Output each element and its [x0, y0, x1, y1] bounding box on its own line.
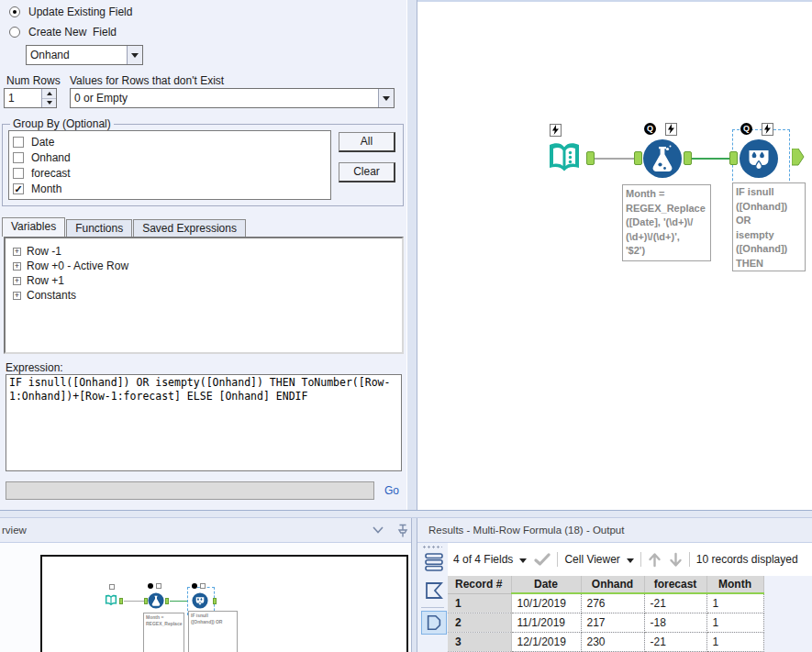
multi-row-formula-annotation[interactable]: IF isnull ([Onhand]) OR isempty ([Onhand… [732, 182, 806, 271]
group-by-item-onhand[interactable]: Onhand [13, 149, 330, 165]
forecast-cell[interactable]: -18 [644, 613, 706, 632]
month-cell[interactable]: 1 [706, 593, 763, 613]
expand-icon[interactable]: + [13, 292, 21, 300]
mini-q-badge-icon [192, 583, 197, 589]
group-by-item-label: forecast [31, 167, 71, 180]
num-rows-label: Num Rows [6, 74, 61, 87]
cell-viewer-dropdown[interactable]: Cell Viewer [564, 553, 619, 566]
expand-icon[interactable]: + [13, 277, 21, 285]
month-cell[interactable]: 1 [706, 632, 763, 651]
dropdown-button[interactable] [378, 89, 394, 107]
output-anchor[interactable] [792, 149, 805, 166]
date-cell[interactable]: 10/1/2019 [511, 593, 581, 613]
multi-row-formula-tool[interactable] [739, 138, 779, 182]
expression-editor[interactable]: IF isnull([Onhand]) OR isempty([Onhand])… [6, 374, 402, 471]
output-anchor[interactable] [684, 151, 692, 165]
checkbox-checked-icon[interactable]: ✓ [13, 183, 24, 194]
onhand-cell[interactable]: 217 [581, 613, 644, 632]
vertical-splitter[interactable] [411, 518, 417, 652]
tree-item-row-0-active[interactable]: + Row +0 - Active Row [13, 259, 402, 273]
drag-handle-icon[interactable] [422, 546, 442, 548]
column-header-onhand[interactable]: Onhand [581, 576, 644, 593]
chevron-down-icon[interactable] [519, 558, 527, 563]
tab-saved-expressions[interactable]: Saved Expressions [133, 219, 246, 237]
tree-item-label: Row +0 - Active Row [27, 260, 128, 272]
all-button[interactable]: All [339, 132, 395, 152]
checkbox-icon[interactable] [13, 152, 24, 163]
metadata-icon[interactable] [424, 580, 444, 601]
fields-dropdown[interactable]: 4 of 4 Fields [453, 553, 513, 566]
radio-unselected-icon[interactable] [9, 27, 20, 38]
mini-formula-tool [148, 592, 164, 609]
checkbox-icon[interactable] [13, 137, 24, 148]
arrow-up-icon[interactable] [648, 552, 662, 568]
chevron-down-icon[interactable] [627, 558, 634, 563]
text-input-tool[interactable] [545, 139, 584, 181]
expand-icon[interactable]: + [13, 262, 21, 271]
dropdown-button[interactable] [127, 46, 142, 64]
config-bars-icon[interactable] [424, 552, 444, 572]
date-cell[interactable]: 12/1/2019 [511, 632, 581, 651]
overview-titlebar[interactable]: rview [0, 518, 411, 543]
radio-selected-icon[interactable] [9, 6, 20, 17]
create-new-field-option[interactable]: Create New Field [9, 26, 117, 39]
flask-icon [642, 138, 683, 179]
go-button[interactable]: Go [384, 484, 399, 497]
group-by-list[interactable]: Date Onhand forecast ✓ Month [8, 130, 331, 200]
alteryx-window: Update Existing Field Create New Field O… [0, 0, 812, 652]
clear-button[interactable]: Clear [339, 162, 395, 182]
chevron-down-icon[interactable] [372, 525, 384, 535]
month-cell[interactable]: 1 [706, 613, 763, 632]
num-rows-stepper[interactable]: 1 [4, 88, 57, 108]
output-anchor[interactable] [586, 151, 595, 165]
column-header-forecast[interactable]: forecast [644, 576, 706, 593]
table-row: 1 10/1/2019 276 -21 1 [448, 593, 763, 613]
tree-item-row-minus-1[interactable]: + Row -1 [13, 244, 402, 259]
vertical-splitter[interactable] [406, 0, 417, 510]
connection-line[interactable] [692, 158, 733, 160]
formula-annotation[interactable]: Month = REGEX_Replace ([Date], '(\d+)\/ … [622, 184, 711, 261]
output-anchor-icon [425, 613, 443, 632]
horizontal-splitter[interactable] [0, 510, 812, 518]
pin-icon[interactable] [395, 523, 410, 538]
input-anchor[interactable] [729, 151, 738, 165]
date-cell[interactable]: 11/1/2019 [511, 613, 581, 632]
output-data-icon-selected[interactable] [421, 611, 447, 635]
update-existing-field-option[interactable]: Update Existing Field [9, 6, 132, 18]
results-titlebar[interactable]: Results - Multi-Row Formula (18) - Outpu… [417, 518, 812, 543]
stepper-down-button[interactable] [42, 99, 56, 108]
column-header-month[interactable]: Month [706, 576, 763, 593]
overview-minimap[interactable]: Month = REGEX_Replace IF isnull ([Onhand… [40, 555, 408, 652]
group-by-item-month[interactable]: ✓ Month [13, 181, 330, 196]
records-displayed-text: 10 records displayed [696, 553, 798, 566]
column-header-record[interactable]: Record # [448, 576, 511, 593]
tree-item-label: Row -1 [27, 245, 61, 258]
forecast-cell[interactable]: -21 [644, 632, 706, 651]
input-anchor[interactable] [634, 151, 642, 165]
missing-values-label: Values for Rows that don't Exist [70, 74, 224, 87]
overview-title: rview [2, 525, 27, 536]
workflow-canvas[interactable]: Q Q [417, 0, 812, 510]
arrow-down-icon[interactable] [669, 552, 683, 568]
search-input[interactable] [6, 481, 374, 500]
expand-icon[interactable]: + [13, 248, 21, 256]
stepper-up-button[interactable] [42, 89, 56, 99]
variables-tree[interactable]: + Row -1 + Row +0 - Active Row + Row +1 … [4, 237, 404, 354]
tree-item-constants[interactable]: + Constants [13, 288, 402, 303]
tree-item-row-plus-1[interactable]: + Row +1 [13, 273, 402, 288]
tab-functions[interactable]: Functions [66, 219, 132, 237]
formula-tool[interactable] [642, 138, 683, 182]
tab-variables[interactable]: Variables [2, 217, 65, 237]
forecast-cell[interactable]: -21 [644, 593, 706, 613]
mini-q-badge-icon [148, 583, 153, 589]
onhand-cell[interactable]: 276 [581, 593, 644, 613]
results-table[interactable]: Record # Date Onhand forecast Month 1 10… [448, 576, 812, 652]
field-select-dropdown[interactable]: Onhand [26, 45, 143, 65]
apply-check-icon[interactable] [534, 553, 551, 566]
column-header-date[interactable]: Date [511, 576, 581, 593]
missing-values-dropdown[interactable]: 0 or Empty [70, 88, 395, 108]
checkbox-icon[interactable] [13, 168, 24, 179]
group-by-item-date[interactable]: Date [13, 134, 330, 149]
group-by-item-forecast[interactable]: forecast [13, 165, 330, 181]
onhand-cell[interactable]: 230 [581, 632, 644, 651]
